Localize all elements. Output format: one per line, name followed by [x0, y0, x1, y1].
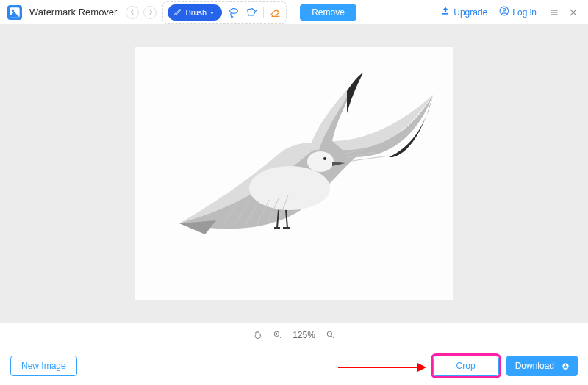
- tool-divider: [263, 7, 264, 18]
- zoom-level: 125%: [293, 330, 315, 340]
- brush-tool-button[interactable]: Brush ⌄: [168, 4, 222, 21]
- svg-line-16: [279, 336, 281, 338]
- pan-hand-button[interactable]: [253, 330, 262, 339]
- brush-label: Brush: [185, 8, 207, 17]
- app-logo: [7, 5, 22, 20]
- zoom-bar: 125%: [0, 322, 588, 347]
- app-title: Watermark Remover: [29, 7, 117, 18]
- upgrade-label: Upgrade: [453, 7, 487, 18]
- login-link[interactable]: Log in: [499, 6, 537, 18]
- download-label: Download: [515, 361, 554, 371]
- svg-point-1: [12, 9, 14, 11]
- menu-button[interactable]: [547, 5, 562, 20]
- svg-line-20: [331, 336, 334, 338]
- footer: New Image Crop Download: [0, 347, 588, 385]
- eraser-tool-button[interactable]: [270, 7, 282, 18]
- upgrade-link[interactable]: Upgrade: [440, 6, 487, 18]
- remove-button[interactable]: Remove: [300, 4, 356, 21]
- close-button[interactable]: [566, 5, 581, 20]
- zoom-out-button[interactable]: [326, 330, 335, 339]
- svg-point-12: [249, 166, 330, 210]
- svg-marker-23: [417, 363, 426, 372]
- lasso-tool-button[interactable]: [228, 7, 240, 18]
- svg-rect-3: [442, 13, 448, 15]
- image-card: [135, 47, 453, 300]
- new-image-button[interactable]: New Image: [10, 356, 77, 376]
- zoom-in-button[interactable]: [273, 330, 282, 339]
- editing-image[interactable]: [135, 47, 453, 300]
- login-label: Log in: [512, 7, 537, 18]
- brush-icon: [173, 7, 182, 18]
- chevron-down-icon: ⌄: [209, 9, 215, 15]
- svg-point-14: [323, 157, 326, 160]
- user-icon: [499, 6, 509, 18]
- download-button[interactable]: Download: [506, 356, 578, 376]
- redo-button[interactable]: [143, 6, 157, 19]
- toolbar: Watermark Remover Brush ⌄: [0, 0, 588, 24]
- svg-point-5: [503, 9, 506, 12]
- upload-icon: [440, 6, 451, 18]
- crop-button[interactable]: Crop: [433, 356, 499, 376]
- tool-group: Brush ⌄: [162, 1, 287, 24]
- svg-point-13: [307, 151, 334, 172]
- annotation-arrow: [338, 360, 426, 378]
- download-options-icon[interactable]: [559, 359, 572, 373]
- undo-button[interactable]: [126, 6, 139, 19]
- canvas-area[interactable]: [0, 24, 588, 322]
- polygon-tool-button[interactable]: [245, 7, 257, 18]
